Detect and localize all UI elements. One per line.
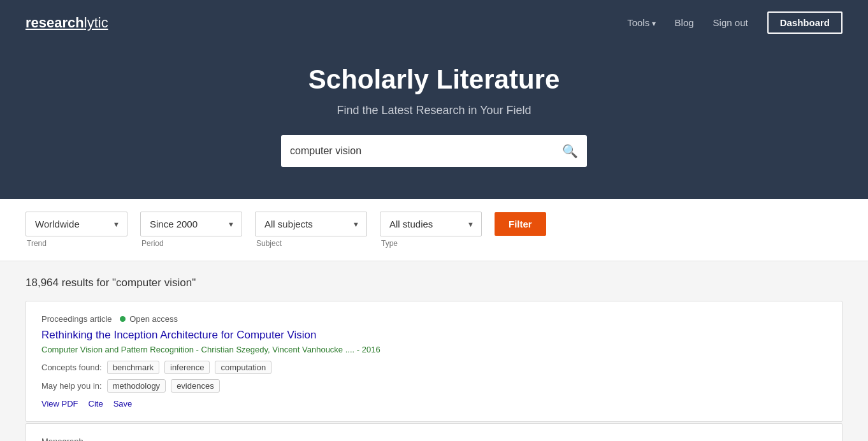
filters-section: Worldwide United States Europe Asia Tren… xyxy=(0,199,868,261)
type-filter-group: All studies Proceedings Monograph Review… xyxy=(380,212,482,248)
subject-filter-group: All subjects Computer Science Medicine P… xyxy=(255,212,367,248)
type-label: Type xyxy=(380,239,482,248)
result-actions-1: View PDF Cite Save xyxy=(41,399,827,408)
tag-methodology[interactable]: methodology xyxy=(107,379,166,393)
result-title-1[interactable]: Rethinking the Inception Architecture fo… xyxy=(41,329,827,342)
tools-link[interactable]: Tools xyxy=(627,17,655,28)
results-section: 18,964 results for "computer vision" Pro… xyxy=(0,261,868,441)
result-type-2: Monograph xyxy=(41,437,827,441)
concepts-label: Concepts found: xyxy=(41,363,102,372)
logo[interactable]: researchlytic xyxy=(25,15,108,31)
trend-filter-group: Worldwide United States Europe Asia Tren… xyxy=(25,212,127,248)
result-card-2: Monograph Multiple View Geometry in Comp… xyxy=(25,423,843,441)
tag-inference[interactable]: inference xyxy=(164,361,210,374)
trend-label: Trend xyxy=(25,239,127,248)
tag-evidences[interactable]: evidences xyxy=(171,379,220,393)
hero-content: Scholarly Literature Find the Latest Res… xyxy=(25,45,843,167)
navbar: researchlytic Tools Blog Sign out Dashbo… xyxy=(25,0,843,45)
trend-dropdown[interactable]: Worldwide United States Europe Asia xyxy=(25,212,127,236)
type-select[interactable]: All studies Proceedings Monograph Review… xyxy=(380,212,482,236)
subject-select[interactable]: All subjects Computer Science Medicine P… xyxy=(255,212,367,236)
filter-button[interactable]: Filter xyxy=(495,212,546,236)
hero-title: Scholarly Literature xyxy=(25,64,843,95)
logo-bold: research xyxy=(25,15,84,31)
concepts-row-1: Concepts found: benchmark inference comp… xyxy=(41,361,827,374)
open-access-dot xyxy=(120,316,126,322)
search-input[interactable] xyxy=(290,145,562,157)
result-card-1: Proceedings article Open access Rethinki… xyxy=(25,301,843,422)
logo-light: lytic xyxy=(84,15,108,31)
type-dropdown[interactable]: All studies Proceedings Monograph Review… xyxy=(380,212,482,236)
nav-right: Tools Blog Sign out Dashboard xyxy=(627,11,843,34)
subject-label: Subject xyxy=(255,239,367,248)
hero-subtitle: Find the Latest Research in Your Field xyxy=(25,104,843,117)
dashboard-button[interactable]: Dashboard xyxy=(767,11,843,34)
blog-link[interactable]: Blog xyxy=(675,17,694,28)
tag-benchmark[interactable]: benchmark xyxy=(107,361,159,374)
help-row-1: May help you in: methodology evidences xyxy=(41,379,827,393)
hero-section: researchlytic Tools Blog Sign out Dashbo… xyxy=(0,0,868,199)
search-bar: 🔍 xyxy=(281,135,587,167)
help-label: May help you in: xyxy=(41,381,102,391)
cite-link[interactable]: Cite xyxy=(89,399,103,408)
result-source-1: Computer Vision and Pattern Recognition … xyxy=(41,345,827,354)
result-meta-1: Proceedings article Open access xyxy=(41,314,827,324)
period-select[interactable]: Since 2000 Since 2010 Since 2015 Since 2… xyxy=(140,212,242,236)
open-access-indicator: Open access xyxy=(120,314,178,324)
period-label: Period xyxy=(140,239,242,248)
tag-computation[interactable]: computation xyxy=(215,361,271,374)
open-access-text: Open access xyxy=(129,314,178,324)
search-icon[interactable]: 🔍 xyxy=(562,143,578,159)
result-type-1: Proceedings article xyxy=(41,314,112,324)
period-filter-group: Since 2000 Since 2010 Since 2015 Since 2… xyxy=(140,212,242,248)
signout-link[interactable]: Sign out xyxy=(713,17,748,28)
subject-dropdown[interactable]: All subjects Computer Science Medicine P… xyxy=(255,212,367,236)
results-count: 18,964 results for "computer vision" xyxy=(25,277,843,289)
trend-select[interactable]: Worldwide United States Europe Asia xyxy=(25,212,127,236)
period-dropdown[interactable]: Since 2000 Since 2010 Since 2015 Since 2… xyxy=(140,212,242,236)
view-pdf-link[interactable]: View PDF xyxy=(41,399,78,408)
save-link[interactable]: Save xyxy=(113,399,133,408)
